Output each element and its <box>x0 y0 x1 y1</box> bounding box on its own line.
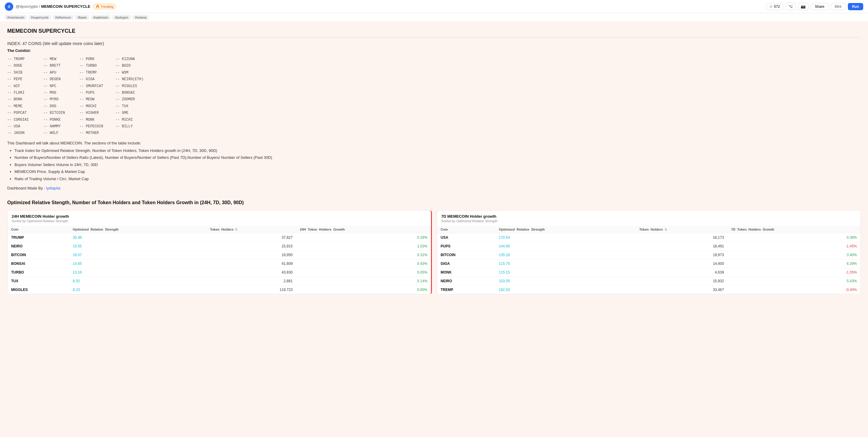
cell-strength: 115.75 <box>495 260 636 268</box>
github-icon: ⌥ <box>788 4 793 9</box>
coin-cell: -- PEPECOIN <box>79 123 116 130</box>
coin-cell: -- TREMP <box>79 69 116 76</box>
table-row: NEIRO 103.05 15,932 5.43% <box>437 277 861 285</box>
th-holders-7d: Token Holders ⇅ <box>636 226 727 233</box>
coin-row: -- SHIB-- APU-- TREMP-- WSM <box>7 69 152 76</box>
cell-coin: MONK <box>437 268 495 277</box>
cell-growth: 6.39% <box>727 260 861 268</box>
table-24h-body: TRUMP 30.48 37,827 0.34% NEIRO 19.55 15,… <box>7 233 431 294</box>
cell-coin: MIGGLES <box>7 285 69 294</box>
tags-row: #memecoin#supercycle#ethereum#base#optim… <box>0 13 868 22</box>
camera-button[interactable]: 📷 <box>798 3 808 10</box>
tag[interactable]: #base <box>75 15 89 20</box>
cell-holders: 16,173 <box>636 233 727 242</box>
nav-title: @dyorcrypto / MEMECOIN SUPERCYCLE <box>16 4 90 9</box>
cell-growth: 5.43% <box>727 277 861 285</box>
cell-strength: 30.48 <box>69 233 207 242</box>
table-row: TREMP 182.03 33,467 -0.40% <box>437 285 861 294</box>
coin-cell: -- MOTHER <box>79 130 116 136</box>
coin-cell: -- CORGIAI <box>7 116 43 123</box>
coin-cell: -- GIGA <box>79 76 116 82</box>
cell-coin: NEIRO <box>7 242 69 251</box>
dashboard-author-link[interactable]: lydiapita <box>46 186 60 191</box>
coin-cell: -- NEIRO(ETH) <box>116 76 152 82</box>
coin-cell: -- APU <box>43 69 79 76</box>
table-row: TURBO 13.16 43,830 0.05% <box>7 268 431 277</box>
run-label: Run <box>852 4 859 9</box>
coin-cell: -- TRUMP <box>7 56 43 63</box>
coin-cell: -- MOCHI <box>79 103 116 110</box>
tag[interactable]: #memecoin <box>5 15 27 20</box>
cell-coin: TURBO <box>7 268 69 277</box>
tag[interactable]: #ethereum <box>53 15 74 20</box>
share-button[interactable]: Share <box>811 3 828 10</box>
cell-growth: -1.45% <box>727 242 861 251</box>
coin-row: -- TRUMP-- MEW-- PORK-- KIZUNA <box>7 56 152 63</box>
sort-icon-24h[interactable]: ⇅ <box>235 228 238 231</box>
index-label: INDEX: 47 COINS (We will update more coi… <box>7 41 861 46</box>
table-24h-title: 24H MEMECOIN Holder growth <box>7 210 431 219</box>
coin-cell: -- PUPS <box>79 90 116 96</box>
mint-button[interactable]: Mint <box>831 3 845 10</box>
coin-cell: -- DEGEN <box>43 76 79 82</box>
cell-strength: 19.55 <box>69 242 207 251</box>
dashboard-made: Dashboard Made By : lydiapita <box>7 186 861 191</box>
table-7d: 7D MEMECOIN Holder growth Sorted by Opti… <box>437 210 861 294</box>
coin-cell: -- DOGE <box>7 63 43 69</box>
cell-growth: -1.05% <box>727 268 861 277</box>
table-row: USA 170.54 16,173 0.36% <box>437 233 861 242</box>
coin-cell: -- FLOKI <box>7 90 43 96</box>
table-row: BITCOIN 18.07 19,950 0.31% <box>7 251 431 260</box>
github-button[interactable]: ⌥ <box>786 3 796 10</box>
coin-cell: -- MEME <box>7 103 43 110</box>
description: This Dashboard will talk about MEMECOIN.… <box>7 141 861 145</box>
sort-icon-7d[interactable]: ⇅ <box>664 228 667 231</box>
bullet-item: Ratio of Trading Volume / Circ. Market C… <box>14 176 861 182</box>
coin-cell: -- BONK <box>7 96 43 103</box>
coin-cell: -- BRETT <box>43 63 79 69</box>
coin-cell: -- MEOW <box>79 96 116 103</box>
bullet-list: Track Index for Optimised Relative Stren… <box>14 148 861 182</box>
bullet-item: MEMECOIN Price, Supply & Market Cap <box>14 169 861 175</box>
coin-row: -- CORGIAI-- PONKE-- MONK-- MICHI <box>7 116 152 123</box>
cell-holders: 18,491 <box>636 242 727 251</box>
nav-page-title: MEMECOIN SUPERCYCLE <box>41 4 90 9</box>
bullet-item: Number of Buyers/Number of Sellers Ratio… <box>14 155 861 161</box>
coins-table: -- TRUMP-- MEW-- PORK-- KIZUNA-- DOGE-- … <box>7 56 152 137</box>
cell-strength: 14.65 <box>69 260 207 268</box>
coin-cell: -- TURBO <box>79 63 116 69</box>
top-nav: d @dyorcrypto / MEMECOIN SUPERCYCLE 🔥 Tr… <box>0 0 868 13</box>
run-button[interactable]: Run <box>848 3 863 10</box>
share-label: Share <box>815 4 825 9</box>
tag[interactable]: #solana <box>132 15 149 20</box>
table-7d-subtitle: Sorted by Optimized Relative Strength <box>437 219 861 226</box>
coins-grid: -- TRUMP-- MEW-- PORK-- KIZUNA-- DOGE-- … <box>7 56 861 137</box>
th-strength-24h: Optimized Relative Strength <box>69 226 207 233</box>
cell-coin: BONSAI <box>7 260 69 268</box>
star-icon: ☆ <box>769 4 773 9</box>
table-7d-head: Coin Optimized Relative Strength Token H… <box>437 226 861 233</box>
coin-row: -- USA-- HAMMY-- PEPECOIN-- BILLY <box>7 123 152 130</box>
logo: d <box>5 2 13 11</box>
tag[interactable]: #supercycle <box>29 15 51 20</box>
table-row: PUPS 144.66 18,491 -1.45% <box>437 242 861 251</box>
coin-cell: -- HAMMY <box>43 123 79 130</box>
coin-cell: -- SHIB <box>7 69 43 76</box>
tag[interactable]: #polygon <box>113 15 131 20</box>
cell-coin: TUX <box>7 277 69 285</box>
cell-holders: 15,932 <box>636 277 727 285</box>
table-24h-head: Coin Optimized Relative Strength Token H… <box>7 226 431 233</box>
coin-row: -- DOGE-- BRETT-- TURBO-- BOZO <box>7 63 152 69</box>
cell-coin: BITCOIN <box>437 251 495 260</box>
tag[interactable]: #optimism <box>91 15 111 20</box>
coin-cell: -- PEPE <box>7 76 43 82</box>
star-button[interactable]: ☆ 572 <box>766 3 783 10</box>
cell-strength: 13.16 <box>69 268 207 277</box>
cell-strength: 115.15 <box>495 268 636 277</box>
cell-holders: 2,881 <box>207 277 296 285</box>
table-row: TRUMP 30.48 37,827 0.34% <box>7 233 431 242</box>
coin-cell: -- USA <box>7 123 43 130</box>
cell-growth: 0.00% <box>296 285 431 294</box>
table-24h: 24H MEMECOIN Holder growth Sorted by Opt… <box>7 210 432 294</box>
coin-cell: -- BOZO <box>116 63 152 69</box>
